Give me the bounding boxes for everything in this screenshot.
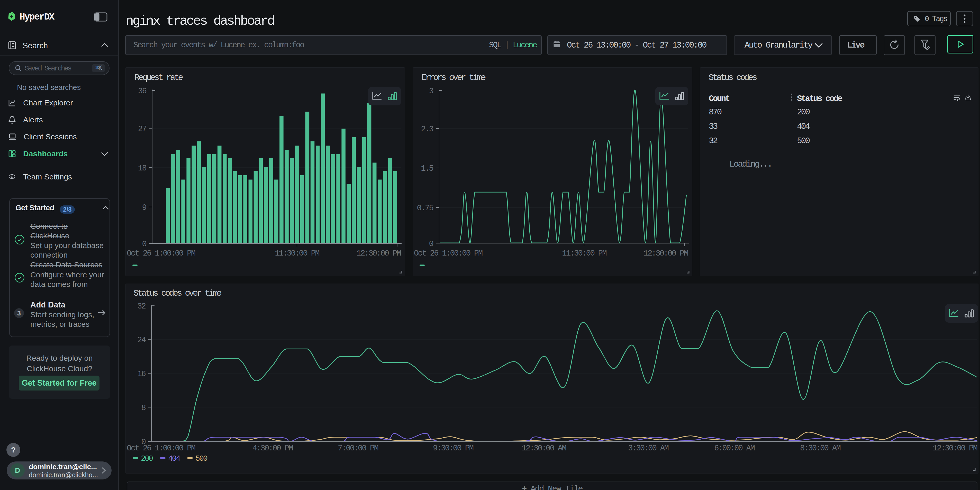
- svg-text:500: 500: [196, 454, 207, 463]
- svg-text:3:30:00 AM: 3:30:00 AM: [628, 444, 668, 453]
- svg-text:12:30:00 PM: 12:30:00 PM: [356, 249, 401, 258]
- svg-text:0.75: 0.75: [417, 204, 433, 213]
- svg-text:16: 16: [137, 369, 146, 379]
- svg-text:Oct 26 1:00:00 PM: Oct 26 1:00:00 PM: [127, 249, 196, 258]
- svg-text:9: 9: [142, 203, 146, 212]
- svg-text:0: 0: [142, 240, 146, 248]
- svg-text:24: 24: [137, 336, 146, 345]
- svg-text:6:00:00 AM: 6:00:00 AM: [714, 444, 754, 453]
- svg-text:12:30:00 AM: 12:30:00 AM: [522, 444, 566, 453]
- svg-text:1.5: 1.5: [421, 164, 433, 173]
- svg-text:Oct 26 1:00:00 PM: Oct 26 1:00:00 PM: [127, 444, 196, 453]
- svg-text:8: 8: [141, 403, 145, 412]
- svg-text:11:30:00 PM: 11:30:00 PM: [275, 249, 319, 258]
- svg-text:9:30:00 PM: 9:30:00 PM: [433, 444, 473, 453]
- svg-text:Oct 26 1:00:00 PM: Oct 26 1:00:00 PM: [414, 249, 482, 258]
- svg-text:12:30:00 PM: 12:30:00 PM: [933, 444, 977, 453]
- svg-text:4:30:00 PM: 4:30:00 PM: [253, 444, 293, 453]
- svg-text:18: 18: [138, 164, 146, 173]
- svg-text:404: 404: [168, 454, 180, 463]
- svg-text:36: 36: [138, 87, 146, 95]
- svg-text:200: 200: [141, 454, 153, 463]
- svg-text:7:00:00 PM: 7:00:00 PM: [338, 444, 378, 453]
- svg-text:32: 32: [137, 302, 146, 311]
- svg-text:8:30:00 AM: 8:30:00 AM: [800, 444, 840, 453]
- svg-text:12:30:00 PM: 12:30:00 PM: [643, 249, 688, 258]
- svg-text:3: 3: [429, 87, 433, 95]
- svg-text:11:30:00 PM: 11:30:00 PM: [562, 249, 606, 258]
- svg-text:2.3: 2.3: [421, 125, 433, 134]
- svg-text:0: 0: [429, 239, 433, 248]
- svg-text:27: 27: [138, 124, 146, 134]
